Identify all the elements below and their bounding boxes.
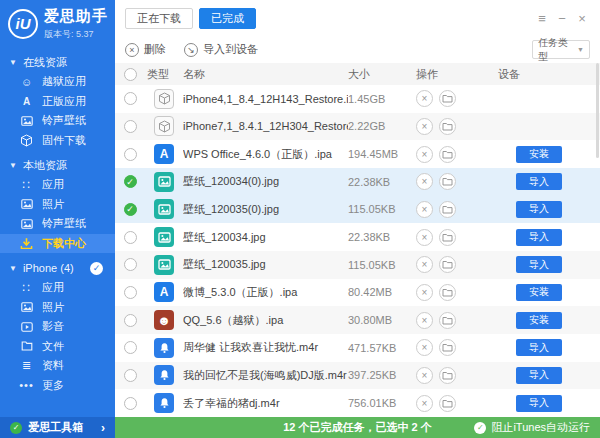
column-type: 类型 xyxy=(145,67,183,82)
table-row[interactable]: 周华健 让我欢喜让我忧.m4r471.57KB×导入 xyxy=(115,334,600,362)
table-row[interactable]: 我的回忆不是我(海鸣威)DJ版.m4r397.25KB×导入 xyxy=(115,362,600,390)
caret-down-icon: ▼ xyxy=(9,161,17,170)
row-checkbox[interactable] xyxy=(124,258,137,271)
delete-task-icon[interactable]: × xyxy=(416,201,433,218)
delete-task-icon[interactable]: × xyxy=(416,312,433,329)
sidebar-item-ringtone-wallpaper[interactable]: 铃声壁纸 xyxy=(0,214,115,234)
caret-down-icon: ▼ xyxy=(9,58,17,67)
block-itunes-toggle[interactable]: ✓ 阻止iTunes自动运行 xyxy=(474,420,600,435)
row-checkbox[interactable]: ✓ xyxy=(124,203,137,216)
sidebar-item-jailbreak-apps[interactable]: ☺越狱应用 xyxy=(0,72,115,92)
row-checkbox[interactable] xyxy=(124,92,137,105)
open-folder-icon[interactable] xyxy=(439,201,456,218)
open-folder-icon[interactable] xyxy=(439,367,456,384)
column-size: 大小 xyxy=(348,67,416,82)
delete-task-icon[interactable]: × xyxy=(416,173,433,190)
table-row[interactable]: iPhone4,1_8.4_12H143_Restore.ipsw1.45GB× xyxy=(115,85,600,113)
import-button[interactable]: 导入 xyxy=(516,201,562,218)
table-row[interactable]: 壁纸_120034.jpg22.38KB×导入 xyxy=(115,223,600,251)
tab-downloading[interactable]: 正在下载 xyxy=(125,8,193,29)
delete-task-icon[interactable]: × xyxy=(416,118,433,135)
select-all-checkbox[interactable] xyxy=(124,68,137,81)
open-folder-icon[interactable] xyxy=(439,173,456,190)
row-checkbox[interactable] xyxy=(124,397,137,410)
sidebar-item-files[interactable]: 文件 xyxy=(0,337,115,357)
row-checkbox[interactable] xyxy=(124,286,137,299)
delete-task-icon[interactable]: × xyxy=(416,284,433,301)
import-button[interactable]: 导入 xyxy=(516,256,562,273)
sidebar-item-label: 下载中心 xyxy=(42,236,86,251)
table-row[interactable]: iPhone7,1_8.4.1_12H304_Restore.ipsw2.22G… xyxy=(115,113,600,141)
sidebar-item-download-center[interactable]: 下载中心 xyxy=(0,234,115,254)
row-checkbox[interactable] xyxy=(124,369,137,382)
open-folder-icon[interactable] xyxy=(439,256,456,273)
sidebar-footer-toolbox[interactable]: ✓ 爱思工具箱 › xyxy=(0,417,115,438)
delete-task-icon[interactable]: × xyxy=(416,367,433,384)
vertical-scrollbar[interactable] xyxy=(596,63,599,158)
install-button[interactable]: 安装 xyxy=(516,312,562,329)
import-button[interactable]: 导入 xyxy=(516,339,562,356)
delete-task-icon[interactable]: × xyxy=(416,395,433,412)
import-button[interactable]: 导入 xyxy=(516,229,562,246)
open-folder-icon[interactable] xyxy=(439,339,456,356)
sidebar-item-more-dots[interactable]: •••更多 xyxy=(0,376,115,396)
sidebar-item-photos[interactable]: 照片 xyxy=(0,195,115,215)
task-type-dropdown[interactable]: 任务类型 ▼ xyxy=(532,40,590,59)
sidebar-section-header[interactable]: ▼本地资源 xyxy=(0,155,115,175)
minimize-icon[interactable]: − xyxy=(552,8,572,28)
image-file-icon xyxy=(154,227,174,247)
import-button[interactable]: 导入 xyxy=(516,367,562,384)
row-checkbox[interactable] xyxy=(124,231,137,244)
chevron-right-icon: › xyxy=(101,421,105,435)
open-folder-icon[interactable] xyxy=(439,229,456,246)
table-row[interactable]: ✓壁纸_120035(0).jpg115.05KB×导入 xyxy=(115,196,600,224)
appstore-file-icon: A xyxy=(154,144,174,164)
import-to-device-button[interactable]: ↘ 导入到设备 xyxy=(184,42,258,57)
sidebar-item-ringtone-wallpaper[interactable]: 铃声壁纸 xyxy=(0,111,115,131)
import-button[interactable]: 导入 xyxy=(516,395,562,412)
open-folder-icon[interactable] xyxy=(439,284,456,301)
sidebar-item-apps-grid[interactable]: ∷应用 xyxy=(0,278,115,298)
row-checkbox[interactable] xyxy=(124,148,137,161)
delete-task-icon[interactable]: × xyxy=(416,90,433,107)
table-row[interactable]: A微博_5.3.0（正版）.ipa80.42MB×安装 xyxy=(115,279,600,307)
delete-task-icon[interactable]: × xyxy=(416,146,433,163)
open-folder-icon[interactable] xyxy=(439,312,456,329)
menu-icon[interactable]: ≡ xyxy=(532,8,552,28)
table-row[interactable]: AWPS Office_4.6.0（正版）.ipa194.45MB×安装 xyxy=(115,140,600,168)
table-row[interactable]: ✓壁纸_120034(0).jpg22.38KB×导入 xyxy=(115,168,600,196)
install-button[interactable]: 安装 xyxy=(516,146,562,163)
tab-completed[interactable]: 已完成 xyxy=(199,8,256,29)
delete-task-icon[interactable]: × xyxy=(416,229,433,246)
table-row[interactable]: 丢了幸福的猪dj.m4r756.01KB×导入 xyxy=(115,389,600,417)
file-name: 丢了幸福的猪dj.m4r xyxy=(183,396,348,411)
row-checkbox[interactable]: ✓ xyxy=(124,175,137,188)
open-folder-icon[interactable] xyxy=(439,395,456,412)
app-window: iU 爱思助手 版本号: 5.37 ▼在线资源☺越狱应用A正版应用铃声壁纸固件下… xyxy=(0,0,600,438)
row-checkbox[interactable] xyxy=(124,341,137,354)
sidebar-section-header[interactable]: ▼iPhone (4)✓ xyxy=(0,258,115,278)
install-button[interactable]: 安装 xyxy=(516,284,562,301)
sidebar-item-photos[interactable]: 照片 xyxy=(0,298,115,318)
delete-label: 删除 xyxy=(144,42,166,57)
row-checkbox[interactable] xyxy=(124,314,137,327)
open-folder-icon[interactable] xyxy=(439,118,456,135)
delete-task-icon[interactable]: × xyxy=(416,256,433,273)
delete-task-icon[interactable]: × xyxy=(416,339,433,356)
open-folder-icon[interactable] xyxy=(439,146,456,163)
sidebar-item-info-list[interactable]: ≣资料 xyxy=(0,356,115,376)
close-icon[interactable]: × xyxy=(572,8,592,28)
sidebar-item-firmware-download[interactable]: 固件下载 xyxy=(0,131,115,151)
more-dots-icon: ••• xyxy=(20,379,33,392)
table-row[interactable]: 壁纸_120035.jpg115.05KB×导入 xyxy=(115,251,600,279)
open-folder-icon[interactable] xyxy=(439,90,456,107)
table-row[interactable]: ☻QQ_5.6（越狱）.ipa30.80MB×安装 xyxy=(115,306,600,334)
sidebar-item-genuine-apps[interactable]: A正版应用 xyxy=(0,92,115,112)
row-checkbox[interactable] xyxy=(124,120,137,133)
import-button[interactable]: 导入 xyxy=(516,173,562,190)
delete-button[interactable]: × 删除 xyxy=(125,42,166,57)
ringtone-file-icon xyxy=(154,393,174,413)
sidebar-item-apps-grid[interactable]: ∷应用 xyxy=(0,175,115,195)
sidebar-item-media[interactable]: 影音 xyxy=(0,317,115,337)
sidebar-section-header[interactable]: ▼在线资源 xyxy=(0,52,115,72)
